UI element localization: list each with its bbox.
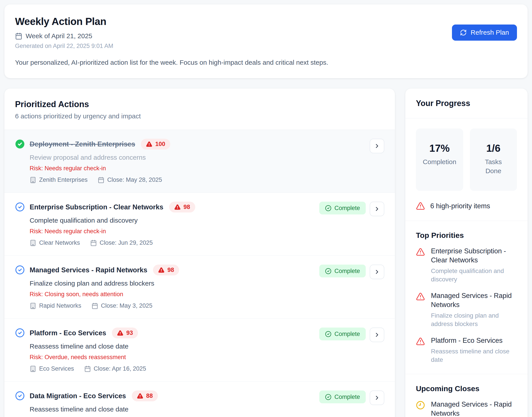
priority-item-description: Complete qualification and discovery: [431, 267, 517, 284]
priority-score-badge: 98: [169, 202, 195, 212]
weekly-plan-header-card: Weekly Action Plan Week of April 21, 202…: [4, 4, 528, 78]
top-priorities-section: Top Priorities Enterprise Subscription -…: [405, 221, 528, 374]
action-title: Enterprise Subscription - Clear Networks: [30, 203, 163, 211]
priority-score-badge: 98: [153, 265, 179, 275]
priority-item-title: Managed Services - Rapid Networks: [431, 291, 517, 309]
triangle-alert-icon: [416, 337, 425, 346]
action-title: Managed Services - Rapid Networks: [30, 266, 147, 274]
triangle-alert-icon: [158, 267, 164, 273]
triangle-alert-icon: [146, 141, 152, 147]
close-date-meta: Close: Jun 29, 2025: [90, 240, 153, 246]
top-priorities-title: Top Priorities: [416, 231, 517, 240]
check-circle-icon: [15, 265, 25, 275]
priority-item: Managed Services - Rapid Networks Finali…: [416, 291, 517, 328]
priority-score-badge: 93: [112, 328, 138, 338]
complete-button[interactable]: Complete: [319, 265, 366, 277]
tasks-done-value: 1/6: [473, 142, 514, 154]
complete-button[interactable]: Complete: [319, 328, 366, 340]
completion-label: Completion: [423, 157, 456, 167]
close-date: Close: Jun 29, 2025: [100, 240, 153, 246]
action-risk: Risk: Closing soon, needs attention: [30, 291, 309, 298]
refresh-plan-button[interactable]: Refresh Plan: [452, 24, 517, 41]
tasks-done-label: Tasks Done: [485, 157, 502, 175]
calendar-icon: [98, 177, 104, 183]
action-risk: Risk: Needs regular check-in: [30, 228, 309, 235]
company-meta: Rapid Networks: [30, 302, 81, 309]
building-icon: [30, 177, 36, 183]
company-meta: Zenith Enterprises: [30, 177, 87, 183]
expand-action-button[interactable]: [370, 328, 384, 342]
company-name: Zenith Enterprises: [39, 177, 87, 183]
refresh-plan-label: Refresh Plan: [471, 29, 509, 36]
expand-action-button[interactable]: [370, 139, 384, 153]
progress-sidebar: Your Progress 17% Completion 1/6 Tasks D…: [405, 89, 528, 417]
action-item-data-migration-eco: Data Migration - Eco Services 88 Reasses…: [4, 381, 395, 417]
check-circle-icon: [325, 394, 331, 400]
calendar-icon: [90, 240, 97, 246]
progress-title: Your Progress: [416, 99, 517, 108]
priority-score: 98: [167, 267, 174, 273]
company-name: Rapid Networks: [39, 302, 81, 309]
calendar-icon: [84, 365, 91, 372]
priority-score: 93: [126, 330, 133, 336]
complete-button[interactable]: Complete: [319, 390, 366, 403]
company-meta: Eco Services: [30, 365, 74, 372]
company-name: Clear Networks: [39, 240, 80, 246]
action-title: Deployment - Zenith Enterprises: [30, 140, 135, 148]
priority-score: 100: [155, 141, 165, 147]
completion-value: 17%: [419, 142, 460, 154]
expand-action-button[interactable]: [370, 390, 384, 405]
check-circle-icon: [15, 328, 25, 338]
action-subtitle: Reassess timeline and close date: [30, 406, 309, 413]
chevron-right-icon: [374, 332, 380, 338]
calendar-icon: [15, 32, 22, 40]
building-icon: [30, 365, 36, 372]
action-risk: Risk: Overdue, needs reassessment: [30, 354, 309, 361]
action-subtitle: Finalize closing plan and address blocke…: [30, 280, 309, 287]
generated-timestamp: Generated on April 22, 2025 9:01 AM: [15, 43, 113, 50]
upcoming-close-title: Managed Services - Rapid Networks: [431, 400, 517, 417]
company-meta: Clear Networks: [30, 240, 80, 246]
actions-panel-header: Prioritized Actions 6 actions prioritize…: [4, 89, 395, 130]
chevron-right-icon: [374, 143, 380, 149]
triangle-alert-icon: [117, 330, 123, 336]
complete-button[interactable]: Complete: [319, 202, 366, 214]
upcoming-closes-section: Upcoming Closes Managed Services - Rapid…: [405, 374, 528, 417]
check-circle-icon: [15, 391, 25, 401]
priority-item-description: Reassess timeline and close date: [431, 347, 517, 364]
action-item-managed-rapid: Managed Services - Rapid Networks 98 Fin…: [4, 256, 395, 319]
action-item-enterprise-clear: Enterprise Subscription - Clear Networks…: [4, 193, 395, 256]
priority-score-badge: 88: [132, 390, 158, 401]
close-date: Close: May 28, 2025: [107, 177, 162, 183]
close-date-meta: Close: May 28, 2025: [98, 177, 162, 183]
check-circle-icon: [15, 202, 25, 212]
priority-item-title: Enterprise Subscription - Clear Networks: [431, 247, 517, 265]
tasks-done-stat: 1/6 Tasks Done: [470, 129, 517, 191]
close-date-meta: Close: Apr 16, 2025: [84, 365, 146, 372]
clock-icon: [416, 401, 425, 410]
calendar-icon: [92, 302, 98, 309]
close-date: Close: May 3, 2025: [101, 302, 152, 309]
priority-score: 88: [146, 393, 153, 399]
action-title: Data Migration - Eco Services: [30, 392, 126, 400]
actions-panel-subtitle: 6 actions prioritized by urgency and imp…: [15, 112, 384, 120]
progress-stats-section: 17% Completion 1/6 Tasks Done 6 high-pri…: [405, 118, 528, 221]
check-circle-icon: [325, 268, 331, 274]
company-name: Eco Services: [39, 365, 74, 372]
high-priority-count: 6 high-priority items: [430, 202, 490, 210]
triangle-alert-icon: [174, 204, 181, 210]
chevron-right-icon: [374, 395, 380, 401]
check-circle-filled-icon: [15, 139, 25, 149]
plan-description: Your personalized, AI-prioritized action…: [15, 59, 517, 66]
close-date: Close: Apr 16, 2025: [94, 365, 146, 372]
completion-stat: 17% Completion: [416, 129, 463, 191]
priority-item: Enterprise Subscription - Clear Networks…: [416, 247, 517, 283]
triangle-alert-icon: [137, 393, 143, 399]
expand-action-button[interactable]: [370, 202, 384, 216]
prioritized-actions-panel: Prioritized Actions 6 actions prioritize…: [4, 89, 395, 417]
priority-score-badge: 100: [141, 139, 170, 149]
expand-action-button[interactable]: [370, 265, 384, 279]
page-title: Weekly Action Plan: [15, 15, 113, 27]
check-circle-icon: [325, 205, 331, 211]
action-subtitle: Review proposal and address concerns: [30, 154, 359, 161]
